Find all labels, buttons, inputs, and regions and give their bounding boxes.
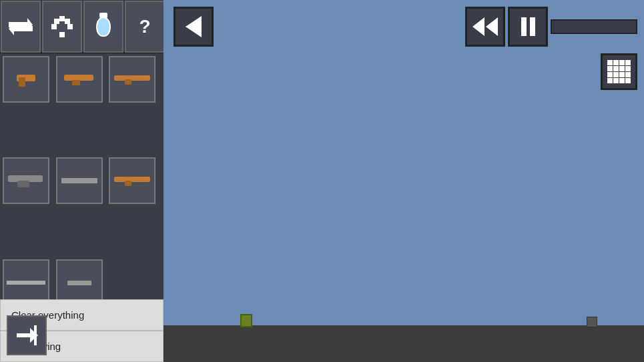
toolbar: ? [0, 0, 164, 53]
shotgun-icon [60, 176, 99, 185]
main-area [164, 0, 644, 362]
svg-rect-7 [65, 19, 70, 24]
weapon-slot-assault[interactable] [109, 157, 155, 204]
weapon-slot-pistol[interactable] [3, 56, 49, 103]
progress-bar-background [551, 19, 637, 34]
weapon-slot-rifle[interactable] [109, 56, 155, 103]
weapon-slot-lmg[interactable] [3, 157, 49, 204]
smg-icon [63, 73, 96, 85]
sniper-icon [6, 278, 46, 287]
back-button[interactable] [174, 7, 214, 47]
svg-rect-4 [67, 24, 73, 29]
grid-icon [607, 60, 631, 83]
lmg-icon [7, 174, 45, 187]
npc-character [587, 317, 597, 327]
svg-rect-2 [59, 16, 65, 21]
top-controls [465, 7, 637, 47]
weapon-slot-shotgun[interactable] [56, 157, 103, 204]
pistol-icon [13, 72, 39, 87]
svg-rect-8 [17, 333, 30, 337]
rewind-button[interactable] [465, 7, 505, 47]
assault-icon [113, 175, 151, 186]
reload-button[interactable] [42, 1, 82, 53]
grid-toggle-button[interactable] [601, 53, 637, 90]
swap-icon [9, 17, 33, 37]
pause-button[interactable] [508, 7, 548, 47]
potion-icon [96, 17, 111, 37]
back-arrow-icon [186, 16, 202, 37]
reload-icon [50, 15, 74, 39]
pause-icon [521, 17, 535, 36]
svg-rect-3 [51, 24, 57, 29]
player-character [240, 314, 252, 327]
svg-rect-10 [34, 325, 37, 345]
progress-bar-container [551, 7, 637, 47]
svg-rect-5 [59, 32, 65, 37]
exit-icon [15, 324, 38, 347]
svg-rect-6 [54, 19, 59, 24]
question-icon: ? [139, 16, 150, 37]
sidebar: ? Clear everything [0, 0, 164, 362]
potion-button[interactable] [83, 1, 123, 53]
weapon-slot-smg[interactable] [56, 56, 103, 103]
rifle-icon [113, 74, 151, 85]
ground [164, 325, 644, 362]
mini-icon [66, 279, 93, 287]
swap-button[interactable] [1, 1, 41, 53]
rewind-icon [472, 17, 498, 36]
help-button[interactable]: ? [125, 1, 165, 53]
exit-button[interactable] [7, 315, 47, 355]
